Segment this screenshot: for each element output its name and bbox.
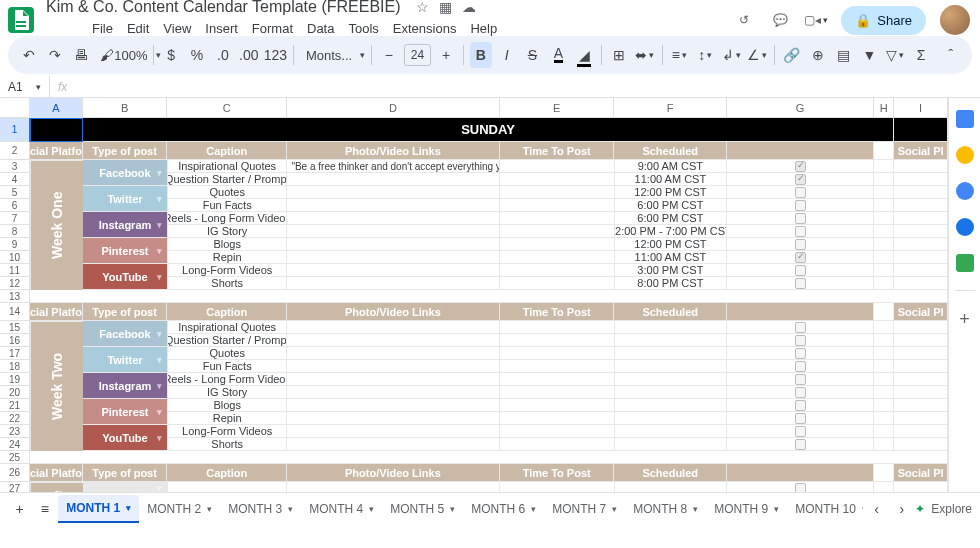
- col-header[interactable]: H: [874, 98, 894, 118]
- redo-button[interactable]: ↷: [44, 42, 66, 68]
- avatar[interactable]: [940, 5, 970, 35]
- scroll-right-button[interactable]: ›: [890, 496, 913, 522]
- font-selector[interactable]: Monts...▾: [300, 42, 365, 68]
- row-header[interactable]: 20: [0, 386, 30, 399]
- day-header[interactable]: SUNDAY: [83, 118, 894, 142]
- menu-data[interactable]: Data: [301, 18, 340, 39]
- row-header[interactable]: 5: [0, 186, 30, 199]
- row-header[interactable]: 26: [0, 464, 30, 482]
- col-header[interactable]: F: [614, 98, 727, 118]
- keep-icon[interactable]: [956, 146, 974, 164]
- decrease-decimal-button[interactable]: .0: [212, 42, 234, 68]
- col-header[interactable]: G: [727, 98, 874, 118]
- col-header[interactable]: C: [167, 98, 286, 118]
- percent-button[interactable]: %: [186, 42, 208, 68]
- row-header[interactable]: 11: [0, 264, 30, 277]
- maps-icon[interactable]: [956, 254, 974, 272]
- checkbox[interactable]: [795, 187, 806, 198]
- col-header[interactable]: B: [83, 98, 168, 118]
- checkbox[interactable]: [795, 361, 806, 372]
- filter-views-button[interactable]: ▽▾: [884, 42, 906, 68]
- name-box[interactable]: A1▾: [0, 76, 50, 97]
- row-header[interactable]: 14: [0, 303, 30, 321]
- row-header[interactable]: 24: [0, 438, 30, 451]
- all-sheets-button[interactable]: ≡: [33, 496, 56, 522]
- checkbox[interactable]: [795, 413, 806, 424]
- row-header[interactable]: 17: [0, 347, 30, 360]
- sheet-tab[interactable]: MONTH 4▾: [301, 495, 382, 523]
- undo-button[interactable]: ↶: [18, 42, 40, 68]
- checkbox[interactable]: [795, 426, 806, 437]
- checkbox[interactable]: [795, 265, 806, 276]
- sheet-tab[interactable]: MONTH 9▾: [706, 495, 787, 523]
- row-header[interactable]: 7: [0, 212, 30, 225]
- row-header[interactable]: 21: [0, 399, 30, 412]
- link-button[interactable]: 🔗: [781, 42, 803, 68]
- calendar-icon[interactable]: [956, 110, 974, 128]
- menu-extensions[interactable]: Extensions: [387, 18, 463, 39]
- zoom-selector[interactable]: 100%▾: [121, 42, 147, 68]
- doc-title[interactable]: Kim & Co. Content Calendar Template (FRE…: [42, 0, 405, 16]
- star-icon[interactable]: ☆: [416, 0, 429, 15]
- menu-help[interactable]: Help: [464, 18, 503, 39]
- row-header[interactable]: 23: [0, 425, 30, 438]
- sheet-tab[interactable]: MONTH 1▾: [58, 495, 139, 523]
- font-size-input[interactable]: 24: [404, 44, 431, 66]
- comment-button[interactable]: ⊕: [807, 42, 829, 68]
- decrease-font-button[interactable]: −: [378, 42, 400, 68]
- tasks-icon[interactable]: [956, 182, 974, 200]
- checkbox[interactable]: [795, 239, 806, 250]
- collapse-toolbar-button[interactable]: ˆ: [940, 42, 962, 68]
- menu-format[interactable]: Format: [246, 18, 299, 39]
- filter-button[interactable]: ▼: [858, 42, 880, 68]
- row-header[interactable]: 4: [0, 173, 30, 186]
- checkbox[interactable]: [795, 322, 806, 333]
- col-header[interactable]: A: [30, 98, 83, 118]
- text-color-button[interactable]: A: [547, 42, 569, 68]
- menu-view[interactable]: View: [157, 18, 197, 39]
- menu-tools[interactable]: Tools: [342, 18, 384, 39]
- sheets-logo[interactable]: [8, 7, 34, 33]
- sheet-tab[interactable]: MONTH 5▾: [382, 495, 463, 523]
- row-header[interactable]: 3: [0, 160, 30, 173]
- increase-decimal-button[interactable]: .00: [238, 42, 260, 68]
- italic-button[interactable]: I: [496, 42, 518, 68]
- history-icon[interactable]: ↺: [733, 9, 755, 31]
- row-header[interactable]: 19: [0, 373, 30, 386]
- checkbox[interactable]: [795, 213, 806, 224]
- sheet-tab[interactable]: MONTH 2▾: [139, 495, 220, 523]
- checkbox[interactable]: [795, 374, 806, 385]
- bold-button[interactable]: B: [470, 42, 492, 68]
- rotate-button[interactable]: ∠▾: [746, 42, 768, 68]
- checkbox[interactable]: [795, 483, 806, 493]
- row-header[interactable]: 16: [0, 334, 30, 347]
- checkbox[interactable]: [795, 161, 806, 172]
- chart-button[interactable]: ▤: [833, 42, 855, 68]
- strike-button[interactable]: S: [522, 42, 544, 68]
- comments-icon[interactable]: 💬: [769, 9, 791, 31]
- col-header[interactable]: E: [500, 98, 615, 118]
- cloud-icon[interactable]: ☁: [462, 0, 476, 15]
- checkbox[interactable]: [795, 439, 806, 450]
- sheet-tab[interactable]: MONTH 8▾: [625, 495, 706, 523]
- checkbox[interactable]: [795, 335, 806, 346]
- valign-button[interactable]: ↕▾: [694, 42, 716, 68]
- scroll-left-button[interactable]: ‹: [865, 496, 888, 522]
- menu-insert[interactable]: Insert: [199, 18, 244, 39]
- row-header[interactable]: 15: [0, 321, 30, 334]
- checkbox[interactable]: [795, 226, 806, 237]
- add-sheet-button[interactable]: +: [8, 496, 31, 522]
- share-button[interactable]: 🔒 Share: [841, 6, 926, 35]
- row-header[interactable]: 6: [0, 199, 30, 212]
- checkbox[interactable]: [795, 252, 806, 263]
- sheet-tab[interactable]: MONTH 3▾: [220, 495, 301, 523]
- sheet-tab[interactable]: MONTH 10▾: [787, 495, 863, 523]
- meet-icon[interactable]: ▢◂▾: [805, 9, 827, 31]
- row-header[interactable]: 12: [0, 277, 30, 290]
- row-header[interactable]: 25: [0, 451, 30, 464]
- row-header[interactable]: 18: [0, 360, 30, 373]
- col-header[interactable]: D: [287, 98, 500, 118]
- col-header[interactable]: I: [894, 98, 948, 118]
- active-cell[interactable]: [30, 118, 83, 142]
- checkbox[interactable]: [795, 200, 806, 211]
